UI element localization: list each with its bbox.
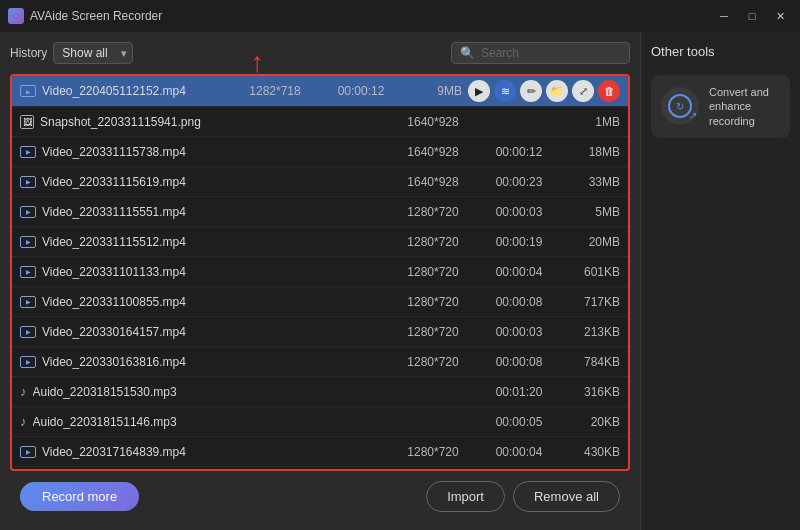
file-duration: 00:00:03 (484, 205, 554, 219)
history-section: History Show all Videos Audio Images (10, 42, 133, 64)
file-resolution: 1280*720 (388, 325, 478, 339)
search-icon: 🔍 (460, 46, 475, 60)
file-name: Video_220331101133.mp4 (42, 265, 382, 279)
video-icon: ▶ (20, 146, 36, 158)
file-size: 1MB (560, 115, 620, 129)
video-icon: ▶ (20, 326, 36, 338)
search-box: 🔍 (451, 42, 630, 64)
title-bar-left: AVAide Screen Recorder (8, 8, 162, 24)
video-icon: ▶ (20, 296, 36, 308)
file-list-wrapper: ▶Video_220405112152.mp41282*71800:00:129… (10, 74, 630, 471)
file-row[interactable]: ▶Video_220330164157.mp41280*72000:00:032… (12, 317, 628, 347)
file-row[interactable]: ▶Video_220331100855.mp41280*72000:00:087… (12, 287, 628, 317)
file-resolution: 1280*720 (388, 445, 478, 459)
file-duration: 00:00:19 (484, 235, 554, 249)
file-row[interactable]: ♪Auido_220318151146.mp300:00:0520KB (12, 407, 628, 437)
file-resolution: 1280*720 (388, 295, 478, 309)
convert-icon-circle: ↻ ↗ (661, 87, 699, 125)
file-duration: 00:00:05 (484, 415, 554, 429)
row-actions: ▶≋✏📁⤢🗑 (468, 80, 620, 102)
file-duration: 00:00:12 (484, 145, 554, 159)
video-icon: ▶ (20, 236, 36, 248)
file-duration: 00:00:12 (326, 84, 396, 98)
file-size: 20KB (560, 415, 620, 429)
file-name: Video_220331100855.mp4 (42, 295, 382, 309)
file-row[interactable]: 🖼Snapshot_220331115941.png1640*9281MB (12, 107, 628, 137)
video-icon: ▶ (20, 356, 36, 368)
title-bar: AVAide Screen Recorder ─ □ ✕ (0, 0, 800, 32)
history-select[interactable]: Show all Videos Audio Images (53, 42, 133, 64)
file-size: 430KB (560, 445, 620, 459)
search-input[interactable] (481, 46, 621, 60)
file-size: 213KB (560, 325, 620, 339)
play-button[interactable]: ▶ (468, 80, 490, 102)
file-resolution: 1640*928 (388, 115, 478, 129)
right-panel: Other tools ↻ ↗ Convert andenhance recor… (640, 32, 800, 530)
file-name: Auido_220318151530.mp3 (33, 385, 383, 399)
file-size: 717KB (560, 295, 620, 309)
video-icon: ▶ (20, 446, 36, 458)
share-button[interactable]: ⤢ (572, 80, 594, 102)
file-resolution: 1640*928 (388, 145, 478, 159)
file-name: Video_220331115551.mp4 (42, 205, 382, 219)
import-button[interactable]: Import (426, 481, 505, 512)
file-row[interactable]: ▶Video_220331101133.mp41280*72000:00:046… (12, 257, 628, 287)
file-size: 9MB (402, 84, 462, 98)
title-bar-controls: ─ □ ✕ (712, 6, 792, 26)
file-row[interactable]: ▶Video_220317164839.mp41280*72000:00:044… (12, 437, 628, 467)
file-row[interactable]: ▶Video_220330163816.mp41280*72000:00:087… (12, 347, 628, 377)
file-row[interactable]: ▶Video_220331115551.mp41280*72000:00:035… (12, 197, 628, 227)
waveform-button[interactable]: ≋ (494, 80, 516, 102)
file-row[interactable]: ♪Auido_220318151530.mp300:01:20316KB (12, 377, 628, 407)
app-title: AVAide Screen Recorder (30, 9, 162, 23)
video-icon: ▶ (20, 176, 36, 188)
close-button[interactable]: ✕ (768, 6, 792, 26)
video-icon: ▶ (20, 206, 36, 218)
file-resolution: 1282*718 (230, 84, 320, 98)
file-size: 601KB (560, 265, 620, 279)
file-list: ▶Video_220405112152.mp41282*71800:00:129… (12, 76, 628, 469)
file-duration: 00:00:04 (484, 265, 554, 279)
file-duration: 00:00:03 (484, 325, 554, 339)
maximize-button[interactable]: □ (740, 6, 764, 26)
file-name: Video_220330163816.mp4 (42, 355, 382, 369)
convert-enhance-tool[interactable]: ↻ ↗ Convert andenhance recording (651, 75, 790, 138)
file-name: Video_220331115619.mp4 (42, 175, 382, 189)
file-name: Snapshot_220331115941.png (40, 115, 382, 129)
file-duration: 00:01:20 (484, 385, 554, 399)
video-icon: ▶ (20, 266, 36, 278)
file-name: Auido_220318151146.mp3 (33, 415, 383, 429)
show-all-select-wrapper[interactable]: Show all Videos Audio Images (53, 42, 133, 64)
history-label: History (10, 46, 47, 60)
video-icon: ▶ (20, 85, 36, 97)
convert-tool-label: Convert andenhance recording (709, 85, 780, 128)
main-layout: History Show all Videos Audio Images 🔍 ↓ (0, 32, 800, 530)
minimize-button[interactable]: ─ (712, 6, 736, 26)
file-name: Video_220405112152.mp4 (42, 84, 224, 98)
folder-button[interactable]: 📁 (546, 80, 568, 102)
record-more-button[interactable]: Record more (20, 482, 139, 511)
edit-button[interactable]: ✏ (520, 80, 542, 102)
convert-arrow-icon: ↗ (689, 110, 697, 121)
file-row[interactable]: ▶Video_220331115512.mp41280*72000:00:192… (12, 227, 628, 257)
file-size: 316KB (560, 385, 620, 399)
file-name: Video_220330164157.mp4 (42, 325, 382, 339)
file-row[interactable]: ▶Video_220405112152.mp41282*71800:00:129… (12, 76, 628, 107)
file-row[interactable]: ▶Video_220317164712.mp41280*72000:00:034… (12, 467, 628, 469)
file-resolution: 1280*720 (388, 265, 478, 279)
file-name: Video_220331115738.mp4 (42, 145, 382, 159)
file-row[interactable]: ▶Video_220331115738.mp41640*92800:00:121… (12, 137, 628, 167)
png-icon: 🖼 (20, 115, 34, 129)
file-duration: 00:00:08 (484, 355, 554, 369)
delete-button[interactable]: 🗑 (598, 80, 620, 102)
file-size: 18MB (560, 145, 620, 159)
other-tools-title: Other tools (651, 44, 790, 59)
remove-all-button[interactable]: Remove all (513, 481, 620, 512)
bottom-button-group: Import Remove all (426, 481, 620, 512)
left-panel: History Show all Videos Audio Images 🔍 ↓ (0, 32, 640, 530)
file-row[interactable]: ▶Video_220331115619.mp41640*92800:00:233… (12, 167, 628, 197)
file-name: Video_220317164839.mp4 (42, 445, 382, 459)
file-resolution: 1280*720 (388, 205, 478, 219)
file-size: 33MB (560, 175, 620, 189)
file-resolution: 1640*928 (388, 175, 478, 189)
